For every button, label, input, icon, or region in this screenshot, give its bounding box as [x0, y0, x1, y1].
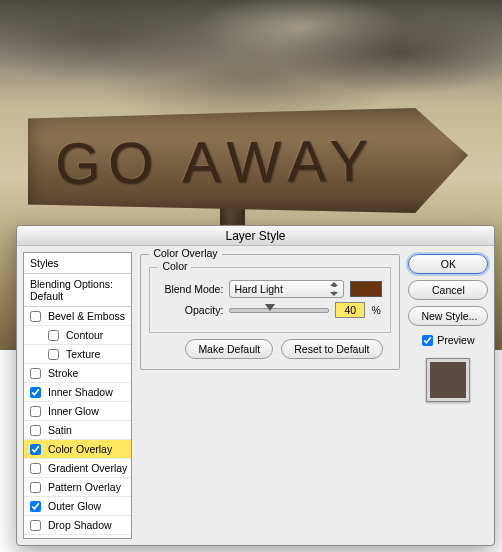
- ok-button[interactable]: OK: [408, 254, 488, 274]
- preview-label: Preview: [437, 334, 474, 346]
- style-checkbox[interactable]: [48, 349, 59, 360]
- preview-checkbox[interactable]: [422, 335, 433, 346]
- select-arrows-icon: [330, 282, 340, 296]
- style-label: Bevel & Emboss: [48, 310, 125, 322]
- style-label: Texture: [66, 348, 100, 360]
- blend-mode-row: Blend Mode: Hard Light: [158, 280, 382, 298]
- style-label: Inner Glow: [48, 405, 99, 417]
- make-default-button[interactable]: Make Default: [185, 339, 273, 359]
- style-checkbox[interactable]: [30, 311, 41, 322]
- color-subgroup-label: Color: [158, 260, 191, 272]
- style-label: Stroke: [48, 367, 78, 379]
- style-label: Inner Shadow: [48, 386, 113, 398]
- style-checkbox[interactable]: [30, 501, 41, 512]
- color-overlay-group-label: Color Overlay: [149, 247, 221, 259]
- style-checkbox[interactable]: [30, 406, 41, 417]
- style-row-pattern-overlay[interactable]: Pattern Overlay: [24, 478, 131, 497]
- style-row-inner-glow[interactable]: Inner Glow: [24, 402, 131, 421]
- blending-options-row[interactable]: Blending Options: Default: [24, 274, 131, 307]
- blend-mode-value: Hard Light: [234, 283, 282, 295]
- new-style-button[interactable]: New Style...: [408, 306, 488, 326]
- dialog-body: Styles Blending Options: Default Bevel &…: [17, 246, 494, 545]
- style-label: Outer Glow: [48, 500, 101, 512]
- styles-header[interactable]: Styles: [24, 253, 131, 274]
- styles-panel: Styles Blending Options: Default Bevel &…: [23, 252, 132, 539]
- style-checkbox[interactable]: [30, 482, 41, 493]
- cancel-button[interactable]: Cancel: [408, 280, 488, 300]
- dialog-title: Layer Style: [17, 226, 494, 246]
- style-row-color-overlay[interactable]: Color Overlay: [24, 440, 131, 459]
- style-label: Color Overlay: [48, 443, 112, 455]
- opacity-slider-thumb[interactable]: [265, 304, 275, 311]
- style-label: Pattern Overlay: [48, 481, 121, 493]
- style-label: Drop Shadow: [48, 519, 112, 531]
- preview-swatch: [426, 358, 470, 402]
- style-row-outer-glow[interactable]: Outer Glow: [24, 497, 131, 516]
- blend-mode-label: Blend Mode:: [158, 283, 223, 295]
- style-checkbox[interactable]: [48, 330, 59, 341]
- blend-mode-select[interactable]: Hard Light: [229, 280, 344, 298]
- style-row-drop-shadow[interactable]: Drop Shadow: [24, 516, 131, 535]
- style-checkbox[interactable]: [30, 425, 41, 436]
- overlay-color-swatch[interactable]: [350, 281, 382, 297]
- opacity-unit: %: [371, 304, 380, 316]
- right-panel: OK Cancel New Style... Preview: [408, 252, 488, 539]
- sign-text: GO AWAY: [55, 127, 377, 197]
- center-panel: Color Overlay Color Blend Mode: Hard Lig…: [138, 252, 402, 539]
- opacity-label: Opacity:: [158, 304, 223, 316]
- style-label: Contour: [66, 329, 103, 341]
- layer-style-dialog: Layer Style Styles Blending Options: Def…: [16, 225, 495, 546]
- defaults-row: Make Default Reset to Default: [185, 339, 391, 359]
- color-overlay-group: Color Overlay Color Blend Mode: Hard Lig…: [140, 254, 400, 370]
- style-row-bevel-emboss[interactable]: Bevel & Emboss: [24, 307, 131, 326]
- style-checkbox[interactable]: [30, 387, 41, 398]
- reset-default-button[interactable]: Reset to Default: [281, 339, 382, 359]
- style-row-gradient-overlay[interactable]: Gradient Overlay: [24, 459, 131, 478]
- style-row-inner-shadow[interactable]: Inner Shadow: [24, 383, 131, 402]
- style-label: Gradient Overlay: [48, 462, 127, 474]
- opacity-slider[interactable]: [229, 308, 329, 313]
- style-row-stroke[interactable]: Stroke: [24, 364, 131, 383]
- style-row-texture[interactable]: Texture: [24, 345, 131, 364]
- style-checkbox[interactable]: [30, 444, 41, 455]
- style-checkbox[interactable]: [30, 368, 41, 379]
- style-row-contour[interactable]: Contour: [24, 326, 131, 345]
- opacity-row: Opacity: 40 %: [158, 302, 382, 318]
- styles-list: Bevel & EmbossContourTextureStrokeInner …: [24, 307, 131, 535]
- style-checkbox[interactable]: [30, 520, 41, 531]
- style-checkbox[interactable]: [30, 463, 41, 474]
- opacity-input[interactable]: 40: [335, 302, 365, 318]
- preview-row: Preview: [408, 334, 488, 346]
- style-row-satin[interactable]: Satin: [24, 421, 131, 440]
- style-label: Satin: [48, 424, 72, 436]
- color-subgroup: Color Blend Mode: Hard Light Opacity:: [149, 267, 391, 333]
